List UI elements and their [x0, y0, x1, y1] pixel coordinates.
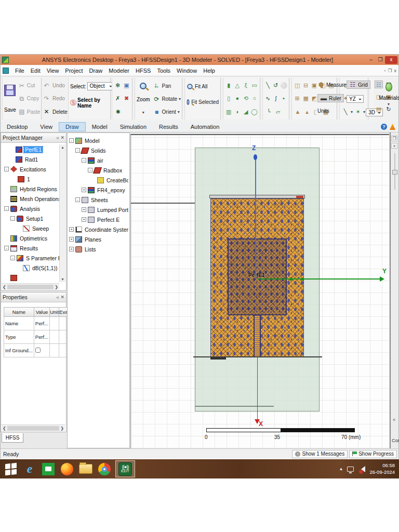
help-icon[interactable]: ? — [381, 124, 387, 130]
tree-item-port1[interactable]: 1 — [2, 174, 59, 184]
tree-item-sheets[interactable]: -Sheets — [69, 195, 128, 205]
draw-spiral-icon[interactable]: ⟲ — [242, 95, 250, 102]
taskbar-internet-explorer[interactable]: e — [22, 461, 37, 477]
tree-item-createbox[interactable]: CreateBox — [69, 175, 128, 185]
bool-subtract-icon[interactable]: ⊟ — [302, 82, 309, 89]
measure-button[interactable]: ⬢Measure▾ — [317, 82, 350, 88]
draw-polyline-icon[interactable]: ╰ — [264, 108, 273, 116]
duplicate-axis-icon[interactable]: ▦ — [302, 95, 309, 102]
materials-dropdown-arrow[interactable]: ▾ — [379, 102, 398, 107]
draw-spline-icon[interactable]: ∿ — [264, 95, 271, 102]
tree-item-radbox[interactable]: -Radbox — [69, 165, 128, 175]
inf-ground-checkbox[interactable] — [35, 348, 41, 353]
scale-icon[interactable]: ▲ — [294, 108, 302, 116]
taskbar-chrome[interactable] — [97, 461, 112, 477]
fit-all-button[interactable]: Fit All — [187, 83, 219, 90]
expander-icon[interactable]: + — [69, 227, 74, 232]
duplicate-line-icon[interactable]: ⊞ — [294, 95, 301, 102]
taskbar-edt-active[interactable]: ((●))EDT — [115, 460, 135, 477]
menu-tools[interactable]: Tools — [154, 66, 174, 75]
materials-button[interactable]: Materials — [379, 95, 399, 101]
orient-button[interactable]: ■Orient▾ — [153, 109, 181, 115]
draw-box-icon[interactable]: ▯ — [225, 95, 233, 102]
tree-item-solids[interactable]: -Solids — [69, 145, 128, 155]
dock-slider-thumb[interactable] — [392, 170, 397, 175]
delete-button[interactable]: ✕ — [44, 109, 49, 115]
copy-button[interactable]: ⧉Copy — [18, 96, 41, 102]
expander-icon[interactable]: + — [69, 237, 74, 242]
mdi-window-controls[interactable]: ▫❐x — [384, 68, 396, 73]
feed-line[interactable] — [254, 315, 261, 357]
close-panel-icon[interactable]: ✕ — [60, 135, 64, 140]
tray-expand-icon[interactable]: ▲ — [339, 467, 343, 471]
mdi-restore-icon[interactable]: ❐ — [388, 68, 392, 73]
undo-label[interactable]: Undo — [52, 83, 64, 88]
close-panel-icon[interactable]: ✕ — [60, 295, 64, 300]
materials-icon[interactable] — [385, 83, 392, 91]
tree-item-air[interactable]: -air — [69, 155, 128, 165]
draw-cone-icon[interactable]: △ — [234, 82, 242, 89]
menu-view[interactable]: View — [44, 66, 62, 75]
tab-view[interactable]: View — [34, 123, 59, 131]
expander-icon[interactable]: - — [4, 246, 9, 250]
menu-draw[interactable]: Draw — [86, 66, 106, 75]
menu-modeler[interactable]: Modeler — [105, 66, 132, 75]
select-multi-icon[interactable]: ✺ — [114, 108, 122, 116]
zoom-icon[interactable] — [140, 83, 147, 89]
redo-button[interactable]: ↷ — [44, 96, 49, 102]
draw-polyhedron-icon[interactable]: ◢ — [242, 108, 250, 116]
expander-icon[interactable]: + — [69, 247, 74, 251]
undo-button[interactable]: ↶ — [44, 83, 49, 89]
dock-close-icon[interactable]: x — [391, 143, 397, 149]
tree-item-model[interactable]: -Model — [69, 136, 128, 145]
menu-help[interactable]: Help — [200, 66, 218, 75]
zoom-button[interactable]: Zoom — [137, 97, 150, 102]
tree-item-partial[interactable] — [2, 273, 59, 282]
select-by-name-button[interactable]: Select by Name — [77, 97, 109, 109]
tree-item-sweep[interactable]: Sweep — [2, 223, 59, 233]
tree-item-lumped-port[interactable]: +Lumped Port — [69, 205, 128, 215]
mdi-close-icon[interactable]: x — [394, 68, 397, 73]
expander-icon[interactable]: - — [10, 256, 15, 260]
fit-selected-button[interactable]: Fit Selected — [187, 99, 219, 105]
tree-item-perfect-e[interactable]: +Perfect E — [69, 215, 128, 224]
ruler-button[interactable]: ▬Ruler — [317, 94, 344, 102]
draw-point-icon[interactable]: ⚪ — [280, 82, 287, 89]
expander-icon[interactable]: - — [10, 216, 15, 221]
tree-item-planes[interactable]: +Planes — [69, 234, 128, 244]
draw-line-icon[interactable]: ╲ — [264, 82, 271, 89]
project-tree-vscrollbar[interactable]: ▲▼ — [59, 144, 65, 282]
menu-project[interactable]: Project — [62, 66, 86, 75]
close-button[interactable]: x — [385, 56, 397, 64]
dock-restore-icon[interactable]: ❐ — [391, 136, 397, 141]
save-icon[interactable] — [4, 85, 16, 96]
tree-item-mesh-operations[interactable]: Mesh Operations — [2, 194, 59, 204]
select-edge-icon[interactable]: ✗ — [114, 95, 122, 102]
draw-helix-icon[interactable]: ξ — [242, 82, 250, 89]
menu-edit[interactable]: Edit — [28, 66, 44, 75]
draw-ellipse-icon[interactable]: ● — [234, 95, 242, 102]
tab-desktop[interactable]: Desktop — [1, 123, 34, 131]
modeler-viewport[interactable]: PerfE1 Z Y X 0 35 70 (mm) — [130, 134, 389, 448]
taskbar-firefox[interactable] — [59, 461, 75, 477]
project-tree-hscrollbar[interactable]: ❮❯ — [2, 283, 59, 290]
pin-icon[interactable]: ◃ — [56, 295, 59, 300]
show-messages-button[interactable]: iShow 1 Messages — [292, 450, 348, 458]
mdi-minimize-icon[interactable]: ▫ — [384, 68, 385, 73]
tree-item-perfe1[interactable]: PerfE1 — [2, 144, 59, 154]
minimize-button[interactable]: – — [366, 56, 376, 64]
expander-icon[interactable]: - — [69, 138, 74, 143]
expander-icon[interactable]: + — [82, 217, 86, 222]
volume-icon[interactable] — [358, 466, 365, 472]
pin-icon[interactable]: ◃ — [56, 135, 59, 140]
expander-icon[interactable]: - — [82, 158, 86, 163]
dock-scroll-left[interactable]: < — [393, 417, 395, 422]
tree-item-excitations[interactable]: -Excitations — [2, 164, 59, 174]
tree-item-dbs11[interactable]: dB(S(1,1)) — [2, 263, 59, 273]
units-button[interactable]: Units — [317, 108, 329, 114]
bool-unite-icon[interactable]: ◫ — [294, 82, 301, 89]
menu-window[interactable]: Window — [174, 66, 200, 75]
menu-hfss[interactable]: HFSS — [132, 66, 154, 75]
network-icon[interactable] — [347, 467, 354, 472]
select-vertex-icon[interactable]: ✖ — [123, 95, 130, 102]
